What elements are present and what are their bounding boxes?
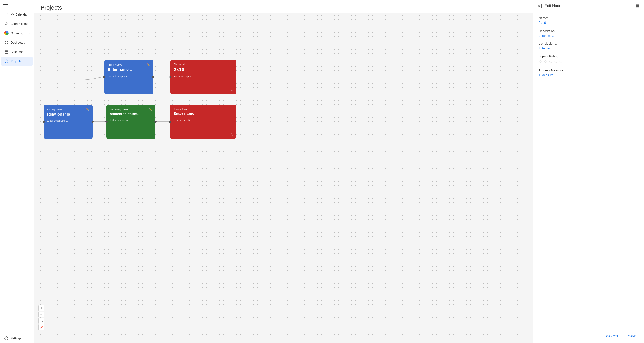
svg-rect-8	[5, 43, 6, 44]
svg-point-14	[6, 338, 7, 339]
svg-rect-0	[5, 13, 8, 16]
calendar2-icon	[4, 50, 8, 54]
panel-body: Name: 2x10 Description: Enter text... Co…	[534, 12, 644, 329]
sidebar-label-dashboard: Dashboard	[11, 41, 25, 44]
conclusions-input[interactable]: Enter text...	[538, 47, 639, 50]
svg-rect-9	[7, 43, 8, 44]
save-button[interactable]: SAVE	[626, 333, 639, 340]
sidebar-label-geometry: Geometry	[11, 31, 24, 35]
conclusions-field-group: Conclusions: Enter text...	[538, 42, 639, 50]
panel-title: Edit Node	[544, 3, 633, 8]
calendar-icon	[4, 12, 8, 16]
impact-rating-field-group: Impact Rating: ☆ ☆ ☆ ☆ ☆	[538, 54, 639, 64]
star-2[interactable]: ☆	[544, 59, 548, 64]
chevron-right-icon: ›	[29, 32, 30, 35]
panel-header: ⊳| Edit Node 🗑	[534, 0, 644, 12]
name-label: Name:	[538, 16, 639, 20]
svg-rect-6	[5, 41, 6, 42]
star-5[interactable]: ☆	[559, 59, 563, 64]
sidebar-item-my-calendar[interactable]: My Calendar	[1, 10, 32, 19]
cancel-button[interactable]: CANCEL	[604, 333, 622, 340]
sidebar-item-geometry[interactable]: Geometry ›	[1, 29, 32, 37]
hamburger-menu[interactable]	[0, 0, 34, 10]
plus-icon: +	[538, 73, 540, 77]
sidebar-label-calendar: Calendar	[11, 50, 23, 54]
svg-line-5	[7, 24, 8, 25]
node-change-idea-1[interactable]: Change Idea 2x10 Enter descriptio... ☆	[170, 60, 236, 94]
svg-point-4	[5, 22, 8, 25]
edit-node-icon-2[interactable]: ✏️	[86, 108, 89, 111]
delete-node-button[interactable]: 🗑	[636, 3, 640, 8]
node-secondary-driver-1[interactable]: Secondary Driver ✏️ student-to-stude... …	[106, 105, 156, 139]
sidebar-item-settings[interactable]: Settings	[1, 334, 32, 343]
measure-label: Measure	[542, 73, 553, 77]
sidebar-label-projects: Projects	[11, 59, 22, 63]
sidebar-bottom: Settings	[0, 334, 34, 343]
star-1[interactable]: ☆	[538, 59, 542, 64]
edit-node-panel: ⊳| Edit Node 🗑 Name: 2x10 Description: E…	[533, 0, 644, 343]
sidebar-item-dashboard[interactable]: Dashboard	[1, 38, 32, 47]
canvas-area[interactable]: Primary Driver ✏️ Enter name... Enter de…	[34, 13, 533, 343]
svg-rect-10	[5, 51, 8, 54]
zoom-out-button[interactable]: −	[38, 312, 44, 318]
process-measure-label: Process Measure:	[538, 68, 639, 72]
conclusions-label: Conclusions:	[538, 42, 639, 45]
sidebar: My Calendar Search Ideas Geometry › Dash…	[0, 0, 34, 343]
svg-rect-7	[7, 41, 8, 42]
description-field-group: Description: Enter text...	[538, 29, 639, 37]
edit-node-icon-3[interactable]: ✏️	[149, 108, 152, 111]
dashboard-icon	[4, 40, 8, 45]
star-4[interactable]: ☆	[554, 59, 558, 64]
sidebar-item-search-ideas[interactable]: Search Ideas	[1, 19, 32, 28]
process-measure-field-group: Process Measure: + Measure	[538, 68, 639, 77]
edit-node-icon[interactable]: ✏️	[146, 63, 150, 66]
impact-label: Impact Rating:	[538, 54, 639, 58]
sidebar-label-my-calendar: My Calendar	[11, 13, 28, 16]
pin-button[interactable]: 📌	[38, 324, 44, 330]
star-icon-2[interactable]: ☆	[230, 132, 234, 137]
panel-collapse-button[interactable]: ⊳|	[538, 3, 542, 8]
description-input[interactable]: Enter text...	[538, 34, 639, 37]
fit-screen-button[interactable]: ⛶	[38, 318, 44, 324]
name-value[interactable]: 2x10	[538, 21, 639, 25]
zoom-controls: + − ⛶ 📌	[38, 305, 44, 330]
zoom-in-button[interactable]: +	[38, 305, 44, 311]
panel-footer: CANCEL SAVE	[534, 329, 644, 343]
search-icon	[4, 22, 8, 26]
name-field-group: Name: 2x10	[538, 16, 639, 25]
node-change-idea-2[interactable]: Change Idea Enter name Enter descriptio.…	[170, 105, 236, 139]
star-icon-1[interactable]: ☆	[230, 87, 234, 92]
add-measure-button[interactable]: + Measure	[538, 73, 639, 77]
sidebar-label-settings: Settings	[11, 337, 22, 340]
sidebar-label-search-ideas: Search Ideas	[11, 22, 28, 25]
description-label: Description:	[538, 29, 639, 33]
star-3[interactable]: ☆	[549, 59, 553, 64]
sidebar-item-projects[interactable]: Projects	[1, 57, 32, 65]
projects-header: Projects	[34, 0, 533, 13]
node-primary-driver-1[interactable]: Primary Driver ✏️ Enter name... Enter de…	[104, 60, 153, 94]
sidebar-item-calendar[interactable]: Calendar	[1, 48, 32, 56]
main-content: Projects Primary Driver ✏️ Enter name...…	[34, 0, 533, 343]
stars-row: ☆ ☆ ☆ ☆ ☆	[538, 59, 639, 64]
projects-icon	[4, 59, 8, 63]
node-primary-driver-2[interactable]: Primary Driver ✏️ Relationship Enter des…	[44, 105, 93, 139]
google-icon	[4, 31, 8, 35]
page-title: Projects	[40, 4, 527, 11]
settings-icon	[4, 336, 8, 341]
